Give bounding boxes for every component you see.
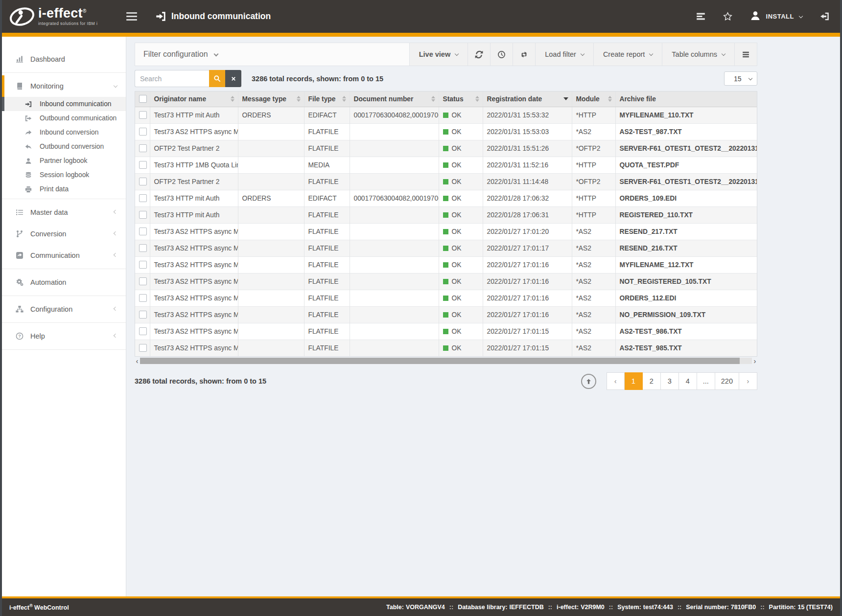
table-columns-button[interactable]: Table columns: [662, 43, 734, 66]
sidebar-item-outbound-conversion[interactable]: Outbound conversion: [2, 139, 126, 154]
table-row[interactable]: Test73 HTTP mit AuthFLATFILEOK2022/01/28…: [135, 206, 757, 223]
pagination-page-4[interactable]: 4: [679, 372, 697, 390]
filter-configuration-toggle[interactable]: Filter configuration: [135, 43, 409, 66]
pagination-next[interactable]: ›: [739, 372, 757, 390]
scroll-left-arrow[interactable]: ‹: [135, 357, 140, 365]
scrollbar-thumb[interactable]: [140, 358, 740, 364]
table-row[interactable]: Test73 AS2 HTTPS async MDNFLATFILEOK2022…: [135, 223, 757, 240]
menu-toggle-button[interactable]: [124, 10, 139, 23]
status-ok-indicator: [443, 229, 448, 234]
retweet-button[interactable]: [513, 43, 535, 66]
column-header-registration-date[interactable]: Registration date: [483, 91, 572, 107]
column-header-module[interactable]: Module: [572, 91, 615, 107]
logo-swoosh-icon: [9, 5, 35, 28]
cell-module: *OFTP2: [572, 140, 615, 157]
star-icon[interactable]: [723, 12, 732, 21]
row-checkbox[interactable]: [139, 228, 147, 235]
horizontal-scrollbar: ‹ ›: [135, 357, 757, 365]
view-list-button[interactable]: [734, 43, 757, 66]
status-ok-indicator: [443, 179, 448, 184]
search-input[interactable]: [135, 70, 209, 87]
row-checkbox[interactable]: [139, 277, 147, 285]
table-row[interactable]: OFTP2 Test Partner 2FLATFILEOK2022/01/31…: [135, 173, 757, 190]
sidebar-item-print-data[interactable]: Print data: [2, 182, 126, 196]
sidebar-item-monitoring[interactable]: Monitoring: [2, 75, 126, 97]
chevron-left-icon: [114, 307, 117, 311]
status-serial-number: Serial number:7810FB0: [686, 604, 756, 611]
sidebar-item-communication[interactable]: Communication: [2, 245, 126, 266]
sidebar-item-help[interactable]: ?Help: [2, 325, 126, 347]
pagination-page-3[interactable]: 3: [661, 372, 679, 390]
scroll-right-arrow[interactable]: ›: [752, 357, 757, 365]
column-header-document-number[interactable]: Document number: [350, 91, 439, 107]
table-row[interactable]: Test73 AS2 HTTPS async MDNFLATFILEOK2022…: [135, 290, 757, 306]
table-row[interactable]: Test73 AS2 HTTPS async MDNFLATFILEOK2022…: [135, 340, 757, 356]
page-size-select[interactable]: 15: [724, 71, 757, 86]
pagination-page-1[interactable]: 1: [625, 372, 643, 390]
scrollbar-track[interactable]: [140, 358, 752, 364]
search-button[interactable]: [209, 70, 225, 87]
row-checkbox[interactable]: [139, 161, 147, 169]
column-header-message-type[interactable]: Message type: [238, 91, 304, 107]
cell-status: OK: [439, 123, 483, 140]
sidebar-item-automation[interactable]: Automation: [2, 272, 126, 293]
lines-icon[interactable]: [696, 12, 705, 21]
cell-status: OK: [439, 256, 483, 273]
row-checkbox[interactable]: [139, 311, 147, 319]
sidebar-item-inbound-conversion[interactable]: Inbound conversion: [2, 125, 126, 139]
row-checkbox[interactable]: [139, 111, 147, 119]
pagination-page-220[interactable]: 220: [715, 372, 739, 390]
status-separator: ::: [449, 604, 453, 611]
row-checkbox[interactable]: [139, 327, 147, 335]
sidebar-item-configuration[interactable]: Configuration: [2, 298, 126, 320]
cell-archive-file: QUOTA_TEST.PDF: [615, 157, 757, 173]
table-row[interactable]: Test73 HTTP mit AuthORDERSEDIFACT0001770…: [135, 190, 757, 206]
table-row[interactable]: Test73 HTTP mit AuthORDERSEDIFACT0001770…: [135, 107, 757, 123]
sidebar-item-master-data[interactable]: Master data: [2, 202, 126, 223]
sidebar-item-outbound-communication[interactable]: Outbound communication: [2, 111, 126, 125]
column-header-originator-name[interactable]: Originator name: [150, 91, 238, 107]
table-row[interactable]: Test73 AS2 HTTPS async MDNFLATFILEOK2022…: [135, 323, 757, 340]
row-checkbox[interactable]: [139, 244, 147, 252]
load-filter-button[interactable]: Load filter: [535, 43, 593, 66]
filter-toolbar: Filter configuration Live view: [135, 43, 757, 66]
row-checkbox[interactable]: [139, 294, 147, 302]
row-checkbox[interactable]: [139, 261, 147, 269]
create-report-button[interactable]: Create report: [593, 43, 662, 66]
row-checkbox[interactable]: [139, 194, 147, 202]
column-header-archive-file[interactable]: Archive file: [615, 91, 757, 107]
clock-button[interactable]: [490, 43, 513, 66]
table-row[interactable]: Test73 AS2 HTTPS async MDNFLATFILEOK2022…: [135, 240, 757, 256]
row-checkbox[interactable]: [139, 128, 147, 136]
sidebar-item-partner-logbook[interactable]: Partner logbook: [2, 154, 126, 168]
sidebar-item-conversion[interactable]: Conversion: [2, 223, 126, 245]
status-ok-indicator: [443, 345, 448, 351]
table-row[interactable]: Test73 HTTP 1MB Quota LimitMEDIAOK2022/0…: [135, 157, 757, 173]
cell-file-type: FLATFILE: [304, 223, 350, 240]
select-all-checkbox[interactable]: [139, 95, 147, 103]
column-header-status[interactable]: Status: [439, 91, 483, 107]
sidebar-item-session-logbook[interactable]: Session logbook: [2, 168, 126, 182]
sidebar-item-dashboard[interactable]: Dashboard: [2, 48, 126, 70]
logout-icon[interactable]: [820, 12, 829, 21]
table-row[interactable]: Test73 AS2 HTTPS async MDNFLATFILEOK2022…: [135, 273, 757, 290]
table-row[interactable]: Test73 AS2 HTTPS async MDNFLATFILEOK2022…: [135, 123, 757, 140]
pagination-prev[interactable]: ‹: [607, 372, 625, 390]
app-logo[interactable]: i-effect® integrated solutions for IBM i: [9, 5, 113, 28]
column-header-file-type[interactable]: File type: [304, 91, 350, 107]
table-row[interactable]: OFTP2 Test Partner 2FLATFILEOK2022/01/31…: [135, 140, 757, 157]
live-view-button[interactable]: Live view: [409, 43, 468, 66]
table-row[interactable]: Test73 AS2 HTTPS async MDNFLATFILEOK2022…: [135, 306, 757, 323]
cell-originator: OFTP2 Test Partner 2: [150, 140, 238, 157]
row-checkbox[interactable]: [139, 211, 147, 219]
sidebar-item-inbound-communication[interactable]: Inbound communication: [2, 97, 126, 111]
scroll-top-button[interactable]: [581, 374, 596, 389]
refresh-button[interactable]: [468, 43, 490, 66]
table-row[interactable]: Test73 AS2 HTTPS async MDNFLATFILEOK2022…: [135, 256, 757, 273]
row-checkbox[interactable]: [139, 144, 147, 152]
clear-search-button[interactable]: [225, 70, 241, 87]
row-checkbox[interactable]: [139, 178, 147, 185]
row-checkbox[interactable]: [139, 344, 147, 352]
user-menu[interactable]: INSTALL: [750, 10, 802, 23]
pagination-page-2[interactable]: 2: [643, 372, 661, 390]
